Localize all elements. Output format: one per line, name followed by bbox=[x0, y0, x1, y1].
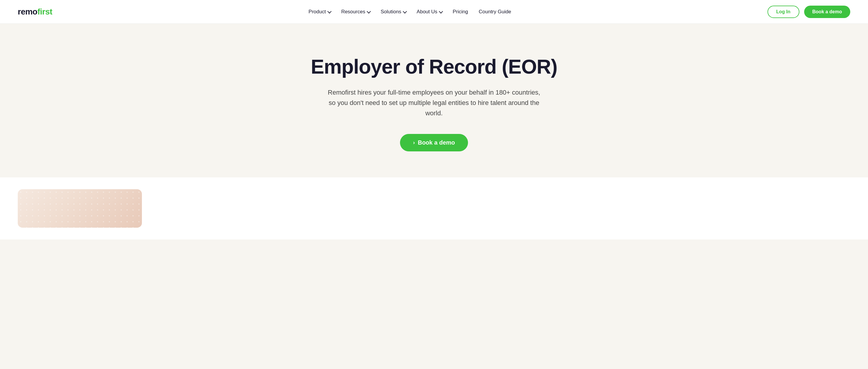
chevron-right-icon: › bbox=[413, 140, 415, 146]
nav-label-product: Product bbox=[309, 9, 326, 15]
hero-section: Employer of Record (EOR) Remofirst hires… bbox=[0, 24, 868, 177]
nav-label-solutions: Solutions bbox=[380, 9, 401, 15]
chevron-down-icon bbox=[439, 9, 443, 13]
nav-links: Product Resources Solutions About Us bbox=[309, 9, 511, 15]
card-preview bbox=[18, 189, 142, 228]
logo-remo: remo bbox=[18, 7, 37, 16]
book-demo-hero-button[interactable]: › Book a demo bbox=[400, 134, 468, 151]
nav-item-resources[interactable]: Resources bbox=[341, 9, 370, 15]
hero-subtitle: Remofirst hires your full-time employees… bbox=[324, 87, 544, 119]
hero-title: Employer of Record (EOR) bbox=[311, 56, 557, 78]
nav-item-pricing[interactable]: Pricing bbox=[453, 9, 468, 15]
chevron-down-icon bbox=[327, 9, 332, 13]
nav-item-solutions[interactable]: Solutions bbox=[380, 9, 406, 15]
nav-label-country-guide: Country Guide bbox=[478, 9, 511, 15]
nav-item-country-guide[interactable]: Country Guide bbox=[478, 9, 511, 15]
logo[interactable]: remofirst bbox=[18, 7, 52, 17]
nav-item-product[interactable]: Product bbox=[309, 9, 331, 15]
nav-item-about[interactable]: About Us bbox=[416, 9, 442, 15]
logo-first: first bbox=[37, 7, 52, 16]
book-demo-hero-label: Book a demo bbox=[418, 139, 455, 146]
nav-actions: Log In Book a demo bbox=[768, 6, 850, 18]
navbar: remofirst Product Resources Solutions Ab… bbox=[0, 0, 868, 24]
login-button[interactable]: Log In bbox=[768, 6, 799, 18]
nav-label-about: About Us bbox=[416, 9, 437, 15]
lower-section bbox=[0, 177, 868, 240]
nav-label-resources: Resources bbox=[341, 9, 365, 15]
card-preview-pattern bbox=[18, 189, 142, 228]
nav-label-pricing: Pricing bbox=[453, 9, 468, 15]
book-demo-nav-button[interactable]: Book a demo bbox=[804, 6, 850, 18]
chevron-down-icon bbox=[403, 9, 407, 13]
chevron-down-icon bbox=[367, 9, 371, 13]
